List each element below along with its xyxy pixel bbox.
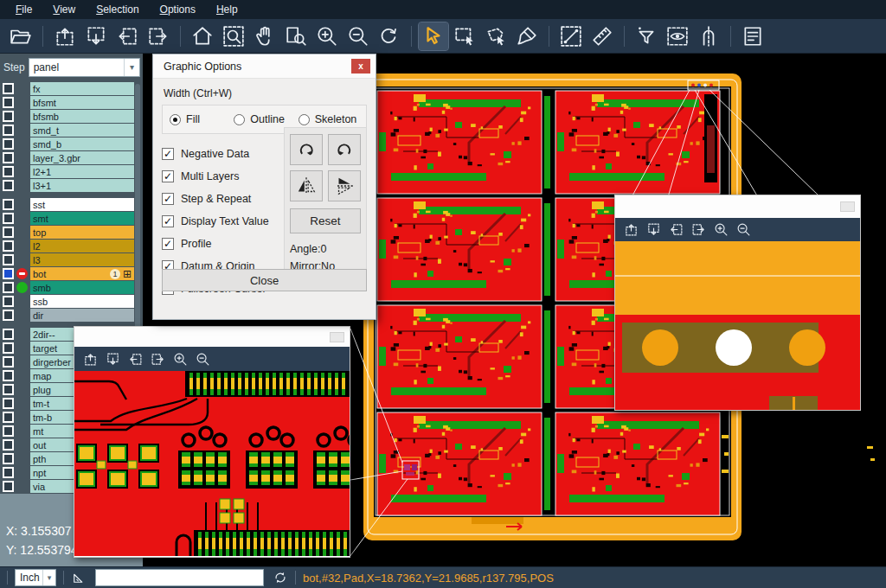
layer-name-cell[interactable]: smb xyxy=(30,281,134,294)
layer-checkbox[interactable] xyxy=(3,227,14,238)
pan-down-button[interactable] xyxy=(646,222,661,237)
checkbox-step-repeat[interactable]: ✓Step & Repeat xyxy=(162,188,281,210)
brush-button[interactable] xyxy=(512,22,542,50)
pan-right-button[interactable] xyxy=(151,352,165,367)
pan-left-button[interactable] xyxy=(669,222,684,237)
layer-name-cell[interactable]: smd_b xyxy=(30,137,134,150)
layer-checkbox[interactable] xyxy=(3,370,14,381)
magnifier-content[interactable] xyxy=(74,371,350,556)
pan-left-button[interactable] xyxy=(128,352,143,367)
layer-checkbox[interactable] xyxy=(3,384,14,395)
report-button[interactable] xyxy=(738,22,767,50)
layer-checkbox[interactable] xyxy=(3,467,14,478)
layer-name-cell[interactable]: l2+1 xyxy=(30,165,134,178)
zoom-in-button[interactable] xyxy=(173,352,188,367)
layer-checkbox[interactable] xyxy=(3,138,14,150)
layer-checkbox[interactable] xyxy=(3,342,14,354)
mirror-h-button[interactable] xyxy=(328,170,361,201)
layer-checkbox[interactable] xyxy=(3,481,14,492)
zoom-window-button[interactable] xyxy=(219,22,248,50)
rotate-cw-button[interactable] xyxy=(290,134,323,165)
layer-row-l2[interactable]: l2 xyxy=(0,240,143,252)
layer-row-l2+1[interactable]: l2+1 xyxy=(0,165,143,178)
layer-row-smb[interactable]: smb xyxy=(0,281,143,294)
unit-select[interactable]: Inch ▾ xyxy=(15,569,56,586)
layer-name-cell[interactable]: ssb xyxy=(30,295,134,308)
mirror-v-button[interactable] xyxy=(290,170,323,201)
menu-item-selection[interactable]: Selection xyxy=(87,2,147,17)
layer-checkbox[interactable] xyxy=(3,97,14,108)
filter-button[interactable] xyxy=(632,22,661,50)
layer-checkbox[interactable] xyxy=(3,453,14,464)
layer-name-cell[interactable]: layer_3.gbr xyxy=(30,151,134,164)
checkbox-negative-data[interactable]: ✓Negative Data xyxy=(162,143,281,165)
layer-row-top[interactable]: top xyxy=(0,226,143,239)
checkbox-profile[interactable]: ✓Profile xyxy=(162,233,281,255)
step-select[interactable]: panel ▾ xyxy=(29,58,140,77)
layer-row-bfsmt[interactable]: bfsmt xyxy=(0,96,143,109)
ruler-button[interactable] xyxy=(587,22,617,50)
layer-row-l3+1[interactable]: l3+1 xyxy=(0,179,143,192)
eye-button[interactable] xyxy=(663,22,692,50)
layer-checkbox[interactable] xyxy=(3,199,14,210)
layer-name-cell[interactable]: bfsmb xyxy=(30,110,134,123)
layer-checkbox[interactable] xyxy=(3,310,14,321)
command-input[interactable] xyxy=(95,569,264,586)
layer-row-smd_t[interactable]: smd_t xyxy=(0,124,143,137)
layer-row-ssb[interactable]: ssb xyxy=(0,295,143,308)
zoom-out-button[interactable] xyxy=(736,222,751,237)
layer-name-cell[interactable]: l3 xyxy=(30,253,134,266)
pan-right-button[interactable] xyxy=(144,22,173,50)
rotate-ccw-button[interactable] xyxy=(328,134,361,165)
zoom-out-button[interactable] xyxy=(343,22,373,50)
menu-item-options[interactable]: Options xyxy=(151,2,204,17)
window-button[interactable] xyxy=(330,332,344,342)
layer-row-layer_3.gbr[interactable]: layer_3.gbr xyxy=(0,151,143,164)
layer-checkbox[interactable] xyxy=(3,356,14,368)
layer-name-cell[interactable]: sst xyxy=(30,198,134,211)
pan-down-button[interactable] xyxy=(81,22,111,50)
checkbox-display-text-value[interactable]: ✓Display Text Value xyxy=(162,210,281,233)
reset-button[interactable]: Reset xyxy=(290,208,361,233)
layer-name-cell[interactable]: smt xyxy=(30,212,134,225)
checkbox-multi-layers[interactable]: ✓Multi Layers xyxy=(162,165,281,188)
layer-checkbox[interactable] xyxy=(3,268,14,279)
layer-checkbox[interactable] xyxy=(3,166,14,177)
layer-checkbox[interactable] xyxy=(3,425,14,437)
layer-checkbox[interactable] xyxy=(3,439,14,451)
layer-checkbox[interactable] xyxy=(3,152,14,163)
layer-row-smt[interactable]: smt xyxy=(0,212,143,225)
layer-name-cell[interactable]: dir xyxy=(30,309,134,322)
pan-up-button[interactable] xyxy=(83,352,98,367)
measure-button[interactable] xyxy=(556,22,586,50)
layer-checkbox[interactable] xyxy=(3,125,14,136)
close-icon[interactable]: x xyxy=(351,59,370,74)
layer-checkbox[interactable] xyxy=(3,282,14,293)
pan-right-button[interactable] xyxy=(691,222,706,237)
layer-row-fx[interactable]: fx xyxy=(0,82,143,95)
layer-name-cell[interactable]: top xyxy=(30,226,134,239)
zoom-out-button[interactable] xyxy=(196,352,210,367)
layer-checkbox[interactable] xyxy=(3,254,14,265)
layer-name-cell[interactable]: bot1⊞ xyxy=(30,267,134,280)
layer-checkbox[interactable] xyxy=(3,296,14,307)
home-button[interactable] xyxy=(188,22,217,50)
magnifier-title-bar[interactable] xyxy=(615,195,860,218)
pan-down-button[interactable] xyxy=(106,352,120,367)
refresh-icon[interactable] xyxy=(273,570,288,585)
pan-hand-button[interactable] xyxy=(250,22,279,50)
layer-row-smd_b[interactable]: smd_b xyxy=(0,137,143,150)
radio-outline[interactable]: Outline xyxy=(234,113,294,125)
layer-checkbox[interactable] xyxy=(3,83,14,94)
layer-name-cell[interactable]: fx xyxy=(30,82,134,95)
layer-name-cell[interactable]: l2 xyxy=(30,240,134,252)
layer-checkbox[interactable] xyxy=(3,329,14,340)
layer-checkbox[interactable] xyxy=(3,412,14,423)
select-rect-button[interactable] xyxy=(450,22,479,50)
layer-row-sst[interactable]: sst xyxy=(0,198,143,211)
select-poly-button[interactable] xyxy=(481,22,510,50)
menu-item-file[interactable]: File xyxy=(7,2,41,17)
angle-mode-icon[interactable] xyxy=(71,570,87,585)
net-button[interactable] xyxy=(694,22,723,50)
layer-name-cell[interactable]: smd_t xyxy=(30,124,134,137)
